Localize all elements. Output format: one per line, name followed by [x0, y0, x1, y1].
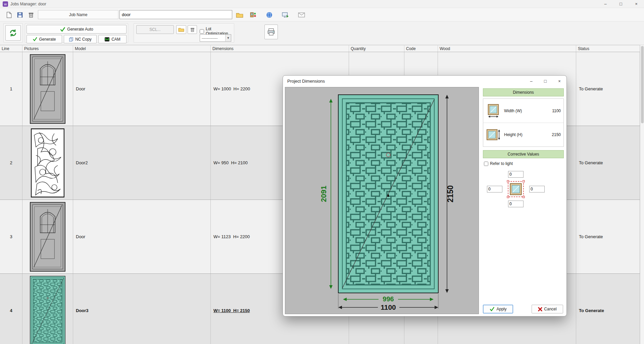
scl-label: SCL... [149, 27, 160, 32]
dialog-maximize-button[interactable]: □ [538, 76, 552, 86]
dialog-close-button[interactable]: × [552, 76, 566, 86]
door-thumbnail[interactable] [30, 54, 65, 124]
column-header-pictures[interactable]: Pictures [22, 45, 73, 52]
column-header-model[interactable]: Model [73, 45, 211, 52]
printer-icon [267, 28, 275, 36]
refresh-group [3, 23, 23, 43]
cell-picture [22, 126, 73, 200]
refresh-button[interactable] [5, 25, 21, 41]
width-value[interactable]: 1100 [552, 109, 561, 113]
cell-line: 2 [0, 126, 22, 200]
cell-model: Door [73, 200, 211, 273]
mail-button[interactable] [297, 10, 306, 19]
open-list-button[interactable] [176, 25, 186, 34]
trash-icon [28, 12, 34, 18]
height-row[interactable]: Height (H) 2150 [483, 123, 563, 146]
column-header-quantity[interactable]: Quantity [349, 45, 404, 52]
dim-inner-height: 2091 [319, 186, 328, 202]
web-button[interactable] [264, 10, 274, 19]
print-button[interactable] [264, 25, 278, 39]
generate-label: Generate [39, 37, 56, 42]
maximize-button[interactable]: □ [613, 0, 629, 8]
app-window: W Jobs Manager: door – □ × Job Name [0, 0, 644, 344]
dimensions-header: Dimensions [483, 88, 564, 96]
door-thumbnail[interactable] [31, 128, 64, 198]
project-dimensions-dialog: Project Dimensions – □ × [283, 75, 567, 316]
refer-to-light-box[interactable] [484, 162, 488, 166]
delete-job-button[interactable] [26, 10, 36, 19]
cell-status: To Generate [576, 274, 640, 344]
green-check-icon [33, 37, 37, 41]
column-header-status[interactable]: Status [576, 45, 640, 52]
export-button[interactable] [281, 10, 290, 19]
corrective-top-input[interactable] [508, 171, 524, 178]
scl-button[interactable]: SCL... [136, 25, 174, 34]
cam-button[interactable]: CAM [98, 35, 127, 43]
dim-outer-width: 1100 [381, 303, 396, 311]
corrective-left-input[interactable] [487, 186, 502, 192]
dialog-side-panel: Dimensions Width (W) 1100 [481, 87, 566, 315]
close-button[interactable]: × [629, 0, 644, 8]
envelope-icon [298, 12, 305, 17]
width-row[interactable]: Width (W) 1100 [483, 99, 563, 123]
vertical-scrollbar[interactable] [640, 45, 644, 344]
job-name-input[interactable] [119, 10, 232, 19]
red-x-icon [538, 307, 542, 311]
svg-text:W: W [4, 3, 7, 6]
titlebar: W Jobs Manager: door – □ × [0, 0, 644, 8]
app-icon: W [3, 1, 8, 7]
table-header: Line Pictures Model Dimensions Quantity … [0, 45, 640, 52]
trash-icon [190, 27, 195, 32]
cell-model: Door3 [73, 274, 211, 344]
folder-icon [178, 27, 184, 32]
options-group: SCL... Lot Optimization ------------- ▼ [134, 23, 234, 43]
corrective-values-widget [485, 170, 547, 208]
clear-list-button[interactable] [188, 25, 197, 34]
nc-copy-button[interactable]: NC Copy [64, 35, 97, 43]
column-header-wood[interactable]: Wood [438, 45, 576, 52]
width-icon [486, 103, 501, 118]
open-job-button[interactable] [235, 10, 244, 19]
new-page-icon [6, 12, 12, 18]
column-header-dimensions[interactable]: Dimensions [211, 45, 349, 52]
cell-line: 1 [0, 52, 22, 126]
cam-logo-icon [104, 37, 110, 42]
cell-picture [22, 52, 73, 126]
dialog-title: Project Dimensions [287, 79, 325, 84]
minimize-button[interactable]: – [598, 0, 613, 8]
copy-icon [69, 37, 73, 42]
cell-status: To Generate [576, 200, 640, 273]
cam-label: CAM [111, 37, 120, 42]
lot-optimization-box[interactable] [200, 29, 204, 34]
height-value[interactable]: 2150 [552, 132, 561, 137]
corrective-bottom-input[interactable] [508, 201, 524, 207]
corrective-right-input[interactable] [529, 186, 545, 192]
refer-to-light-label: Refer to light [490, 161, 513, 166]
height-label: Height (H) [504, 132, 523, 137]
new-job-button[interactable] [4, 10, 13, 19]
column-header-line[interactable]: Line [0, 45, 22, 52]
cancel-button[interactable]: Cancel [532, 305, 563, 313]
scrollbar-thumb[interactable] [641, 46, 644, 123]
refer-to-light-checkbox[interactable]: Refer to light [484, 161, 513, 166]
door-tools-button[interactable] [248, 10, 258, 19]
generate-auto-button[interactable]: Generate Auto [27, 25, 127, 34]
door-wizard-icon [250, 12, 256, 18]
dim-inner-width: 996 [383, 295, 394, 303]
nc-copy-label: NC Copy [75, 37, 92, 42]
chevron-down-icon: ▼ [225, 35, 231, 41]
generate-auto-label: Generate Auto [67, 27, 93, 32]
apply-button[interactable]: Apply [483, 305, 513, 313]
cell-status: To Generate [576, 52, 640, 126]
cell-line: 3 [0, 200, 22, 273]
door-thumbnail[interactable] [30, 202, 65, 272]
profile-dropdown[interactable]: ------------- ▼ [200, 34, 231, 42]
height-icon [486, 127, 501, 142]
dialog-minimize-button[interactable]: – [524, 76, 538, 86]
globe-icon [266, 12, 273, 18]
save-button[interactable] [15, 10, 24, 19]
cell-model: Door [73, 52, 211, 126]
column-header-code[interactable]: Code [404, 45, 438, 52]
door-thumbnail[interactable] [30, 276, 66, 344]
generate-button[interactable]: Generate [27, 35, 62, 43]
